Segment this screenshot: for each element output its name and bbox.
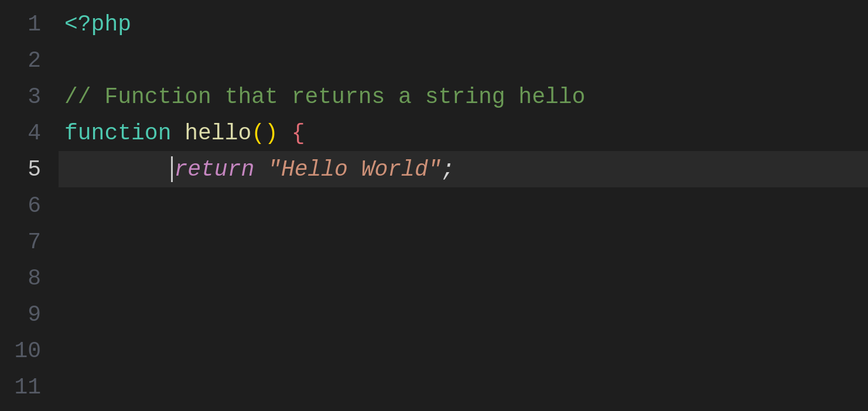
line-2: 2 [0,42,868,78]
line-10: 10 [0,333,868,369]
line-content-4: function hello() { [59,121,868,146]
function-name: hello [184,121,251,146]
code-editor[interactable]: 1 <?php 2 3 // Function that returns a s… [0,0,868,411]
line-4: 4 function hello() { [0,115,868,151]
line-7: 7 [0,224,868,260]
line-3: 3 // Function that returns a string hell… [0,78,868,115]
line-number-4: 4 [0,121,59,146]
open-brace: { [292,121,305,146]
line-number-8: 8 [0,266,59,291]
semicolon: ; [442,157,455,182]
line-number-5: 5 [0,157,59,182]
line-number-2: 2 [0,48,59,73]
line-9: 9 [0,296,868,333]
return-keyword: return [174,157,254,182]
line-number-3: 3 [0,84,59,109]
line-number-9: 9 [0,302,59,327]
text-cursor [171,156,173,182]
line-6: 6 [0,187,868,224]
line-number-10: 10 [0,338,59,364]
line-content-1: <?php [59,12,868,37]
indent-spaces [64,157,171,182]
line-number-6: 6 [0,193,59,218]
comment-text: // Function that returns a string hello [64,84,585,109]
line-8: 8 [0,260,868,296]
function-parens: () [251,121,278,146]
line-number-11: 11 [0,375,59,400]
line-11: 11 [0,369,868,405]
function-keyword: function [64,121,184,146]
line-content-5[interactable]: return "Hello World"; [59,151,868,187]
line-number-7: 7 [0,230,59,255]
string-value: "Hello World" [268,157,441,182]
line-1: 1 <?php [0,6,868,42]
line-number-1: 1 [0,12,59,37]
line-content-3: // Function that returns a string hello [59,84,868,109]
php-tag: <?php [64,12,131,37]
line-5[interactable]: 5 return "Hello World"; [0,151,868,187]
space [278,121,292,146]
space-after-return [254,157,268,182]
